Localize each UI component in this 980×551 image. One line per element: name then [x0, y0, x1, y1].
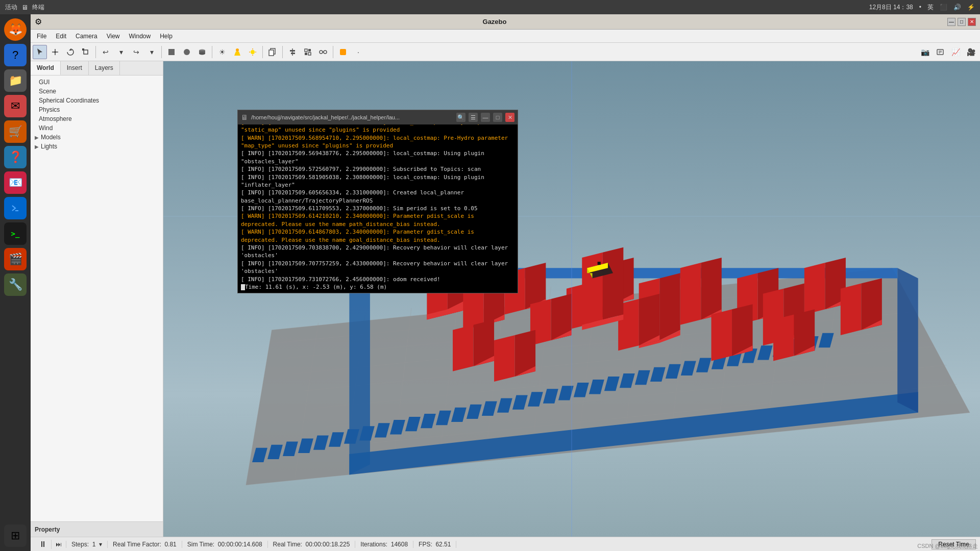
terminal-minimize-btn[interactable]: — [481, 113, 490, 122]
fps: FPS: 62.51 [413, 541, 456, 548]
toolbar-sep-2 [161, 46, 162, 58]
snap-btn[interactable] [301, 45, 315, 59]
dock-terminal[interactable]: >_ [4, 222, 27, 245]
menu-camera[interactable]: Camera [71, 32, 102, 41]
maximize-button[interactable]: □ [958, 18, 966, 26]
spotlight-btn[interactable] [230, 45, 244, 59]
dock-software[interactable]: 🛒 [4, 120, 27, 143]
redo-btn[interactable]: ↪ [129, 45, 143, 59]
dock-vscode[interactable] [4, 197, 27, 219]
menu-edit[interactable]: Edit [52, 32, 70, 41]
terminal-maximize-btn[interactable]: □ [493, 113, 502, 122]
pause-button[interactable]: ⏸ [35, 540, 52, 549]
tree-scene[interactable]: Scene [31, 87, 163, 96]
realtime-factor-value: 0.81 [164, 541, 176, 548]
dock-help[interactable]: ? [4, 44, 27, 66]
extra-btn[interactable]: · [351, 45, 365, 59]
svg-point-12 [199, 52, 205, 55]
rotate-tool-btn[interactable] [63, 45, 78, 59]
svg-marker-142 [453, 325, 474, 371]
models-arrow: ▶ [35, 135, 39, 140]
svg-point-28 [320, 51, 323, 54]
terminal-label[interactable]: 终端 [32, 3, 44, 12]
dock-help2[interactable]: ❓ [4, 146, 27, 168]
terminal-menu-btn[interactable]: ☰ [469, 113, 478, 122]
tree-physics[interactable]: Physics [31, 105, 163, 114]
iterations: Iterations: 14608 [355, 541, 413, 548]
dock-mail[interactable]: ✉ [4, 95, 27, 117]
svg-point-9 [184, 49, 190, 55]
step-button[interactable]: ⏭ [52, 541, 66, 548]
tree-atmosphere[interactable]: Atmosphere [31, 114, 163, 123]
sim-time-value: 00:00:00:14.608 [218, 541, 262, 548]
power-icon: ⚡ [967, 4, 975, 11]
window-controls: — □ ✕ [947, 18, 976, 26]
dock-tools[interactable]: 🔧 [4, 273, 27, 296]
dock-grid[interactable]: ⊞ [4, 524, 27, 547]
tree-lights[interactable]: ▶ Lights [31, 142, 163, 151]
menu-window[interactable]: Window [125, 32, 155, 41]
close-button[interactable]: ✕ [968, 18, 976, 26]
titlebar: ⚙ Gazebo — □ ✕ [31, 14, 980, 30]
redo-dropdown[interactable]: ▾ [144, 45, 159, 59]
tree-spherical[interactable]: Spherical Coordinates [31, 96, 163, 105]
tree-models[interactable]: ▶ Models [31, 133, 163, 142]
align-btn[interactable] [285, 45, 300, 59]
sphere-btn[interactable] [180, 45, 194, 59]
select-tool-btn[interactable] [33, 45, 47, 59]
svg-rect-22 [290, 50, 295, 52]
terminal-titlebar: 🖥 /home/houjj/navigate/src/jackal_helper… [238, 110, 518, 124]
dock-firefox[interactable]: 🦊 [4, 18, 27, 41]
svg-rect-25 [308, 49, 311, 52]
menu-help[interactable]: Help [156, 32, 177, 41]
sunlight-btn[interactable]: ☀ [215, 45, 229, 59]
toolbar-sep-4 [262, 46, 263, 58]
undo-dropdown[interactable]: ▾ [114, 45, 128, 59]
joints-btn[interactable] [316, 45, 330, 59]
viewport-3d[interactable]: 🖥 /home/houjj/navigate/src/jackal_helper… [163, 61, 980, 537]
dock-files[interactable]: 📁 [4, 69, 27, 92]
translate-tool-btn[interactable] [48, 45, 62, 59]
undo-btn[interactable]: ↩ [99, 45, 113, 59]
copy-btn[interactable] [265, 45, 280, 59]
tab-layers[interactable]: Layers [89, 61, 120, 75]
svg-marker-122 [701, 258, 722, 320]
terminal-close-btn[interactable]: ✕ [505, 113, 514, 122]
activity-label[interactable]: 活动 [5, 3, 17, 12]
realtime-factor: Real Time Factor: 0.81 [108, 541, 182, 548]
tree-gui[interactable]: GUI [31, 78, 163, 87]
svg-rect-6 [84, 50, 88, 54]
orange-tool-btn[interactable] [336, 45, 350, 59]
tree-wind[interactable]: Wind [31, 123, 163, 133]
log-btn[interactable] [933, 45, 947, 59]
svg-marker-121 [680, 263, 701, 325]
dock-email2[interactable]: 📧 [4, 171, 27, 194]
left-sidebar: World Insert Layers GUI Scene Spherical … [31, 61, 163, 537]
scale-tool-btn[interactable] [79, 45, 93, 59]
lang-indicator[interactable]: 英 [927, 3, 934, 12]
video-btn[interactable]: 🎥 [964, 45, 978, 59]
dock-multimedia[interactable]: 🎬 [4, 248, 27, 270]
menu-view[interactable]: View [103, 32, 124, 41]
toolbar-sep-1 [95, 46, 96, 58]
svg-marker-145 [494, 335, 515, 382]
svg-rect-26 [305, 53, 307, 55]
lights-arrow: ▶ [35, 144, 39, 149]
cylinder-btn[interactable] [195, 45, 209, 59]
terminal-search-btn[interactable]: 🔍 [456, 113, 465, 122]
steps-dropdown[interactable]: ▾ [99, 541, 102, 548]
screenshot-btn[interactable]: 📷 [918, 45, 932, 59]
statusbar: ⏸ ⏭ Steps: 1 ▾ Real Time Factor: 0.81 Si… [31, 537, 980, 551]
terminal-icon-small: 🖥 [241, 113, 248, 121]
svg-marker-63 [897, 268, 918, 413]
svg-rect-23 [291, 53, 295, 54]
tab-world[interactable]: World [31, 61, 61, 75]
pointlight-btn[interactable] [246, 45, 260, 59]
graph-btn[interactable]: 📈 [948, 45, 963, 59]
datetime: 12月8日 14：38 [869, 3, 913, 12]
menu-file[interactable]: File [33, 32, 51, 41]
steps-value: 1 [92, 541, 96, 548]
minimize-button[interactable]: — [947, 18, 955, 26]
tab-insert[interactable]: Insert [61, 61, 89, 75]
box-btn[interactable] [164, 45, 179, 59]
